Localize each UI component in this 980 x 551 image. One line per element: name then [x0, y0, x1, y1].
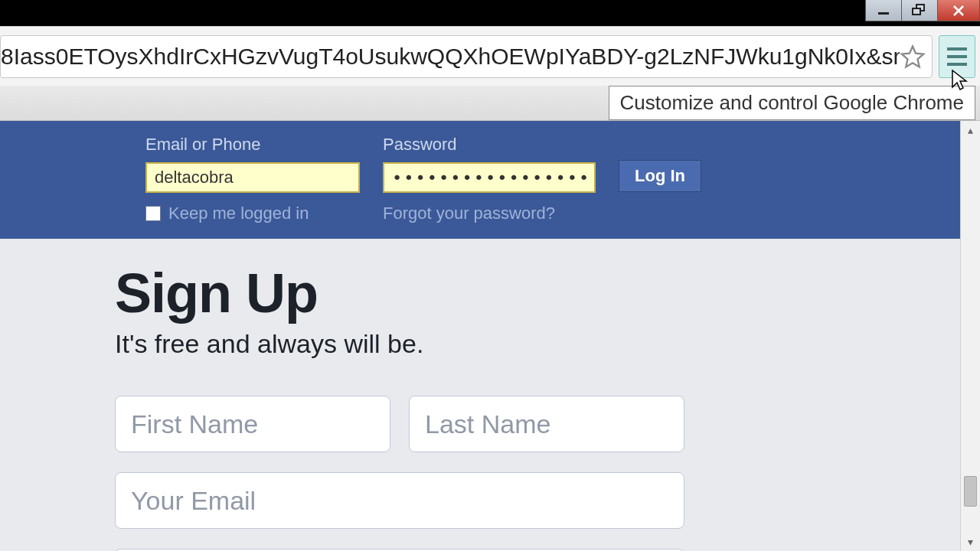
scrollbar-thumb[interactable]	[964, 476, 977, 507]
bookmark-star-icon[interactable]	[900, 44, 926, 70]
login-button[interactable]: Log In	[619, 160, 701, 192]
window-minimize-button[interactable]	[865, 0, 902, 21]
email-label: Email or Phone	[145, 135, 360, 155]
page-content: Email or Phone Keep me logged in Passwor…	[0, 121, 960, 551]
password-label: Password	[383, 135, 596, 155]
signup-subheading: It's free and always will be.	[115, 329, 960, 359]
chrome-menu-tooltip: Customize and control Google Chrome	[609, 86, 975, 120]
address-bar-text[interactable]: 8Iass0ETOysXhdIrCxHGzvVugT4oUsukwQQXhOEW…	[1, 44, 900, 70]
hamburger-icon	[947, 47, 967, 51]
keep-logged-checkbox[interactable]	[145, 206, 161, 221]
address-bar[interactable]: 8Iass0ETOysXhdIrCxHGzvVugT4oUsukwQQXhOEW…	[0, 35, 933, 78]
password-field[interactable]	[383, 162, 596, 193]
scroll-up-arrow-icon[interactable]: ▴	[961, 121, 980, 139]
browser-toolbar: 8Iass0ETOysXhdIrCxHGzvVugT4oUsukwQQXhOEW…	[0, 26, 980, 86]
login-header: Email or Phone Keep me logged in Passwor…	[0, 121, 960, 239]
forgot-password-link[interactable]: Forgot your password?	[383, 204, 596, 223]
mouse-cursor-icon	[951, 69, 969, 92]
window-titlebar	[0, 0, 980, 26]
first-name-field[interactable]	[115, 396, 390, 452]
signup-email-field[interactable]	[115, 472, 684, 529]
window-maximize-button[interactable]	[901, 0, 938, 21]
signup-section: Sign Up It's free and always will be.	[0, 239, 960, 551]
keep-logged-label: Keep me logged in	[168, 204, 309, 223]
vertical-scrollbar[interactable]: ▴ ▾	[960, 121, 980, 551]
window-close-button[interactable]	[937, 0, 980, 21]
signup-heading: Sign Up	[115, 262, 960, 324]
email-field[interactable]	[145, 162, 360, 193]
scrollbar-track[interactable]	[961, 139, 980, 533]
last-name-field[interactable]	[409, 396, 684, 452]
scroll-down-arrow-icon[interactable]: ▾	[961, 533, 980, 551]
